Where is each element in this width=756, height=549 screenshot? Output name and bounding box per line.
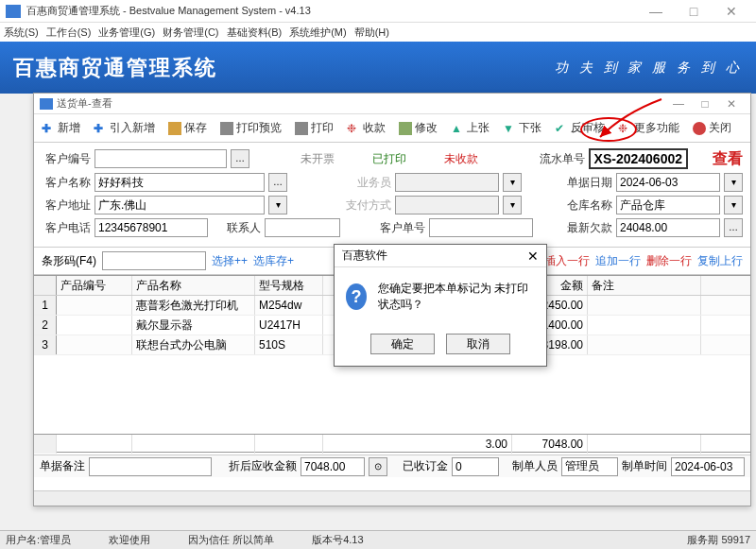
col-idx — [34, 276, 57, 295]
dialog-cancel-button[interactable]: 取消 — [446, 334, 510, 354]
cust-name-input[interactable] — [94, 173, 265, 192]
salesman-input — [395, 173, 499, 192]
paytype-input — [395, 196, 499, 214]
cust-addr-label: 客户地址 — [42, 197, 91, 214]
select-stock-link[interactable]: 选库存+ — [253, 253, 294, 269]
sub-maximize[interactable]: □ — [692, 97, 718, 111]
debt-label: 最新欠款 — [563, 220, 612, 236]
remark-label: 单据备注 — [40, 458, 85, 474]
minimize-button[interactable]: — — [637, 4, 675, 19]
menu-basedata[interactable]: 基础资料(B) — [227, 26, 283, 40]
sub-minimize[interactable]: — — [665, 97, 692, 111]
unaudit-button[interactable]: ✔反审核 — [551, 118, 609, 138]
cust-code-label: 客户编号 — [42, 151, 91, 167]
received-input[interactable] — [452, 457, 499, 476]
remark-input[interactable] — [89, 457, 212, 476]
col-code: 产品编号 — [57, 276, 132, 295]
sub-close[interactable]: ✕ — [718, 97, 745, 111]
discount-calc[interactable]: ⊙ — [369, 457, 387, 476]
edit-icon — [399, 122, 412, 135]
main-menubar: 系统(S) 工作台(S) 业务管理(G) 财务管理(C) 基础资料(B) 系统维… — [0, 23, 756, 42]
select-link[interactable]: 选择++ — [212, 253, 248, 269]
menu-workbench[interactable]: 工作台(S) — [46, 26, 92, 40]
cust-code-input[interactable] — [94, 149, 227, 168]
serial-label: 流水单号 — [536, 151, 585, 167]
insert-row-link[interactable]: 插入一行 — [544, 253, 590, 269]
cust-addr-dropdown[interactable]: ▾ — [268, 196, 287, 214]
maketime-input[interactable] — [671, 457, 745, 476]
menu-system[interactable]: 系统(S) — [4, 26, 39, 40]
menu-business[interactable]: 业务管理(G) — [98, 26, 155, 40]
confirm-dialog: 百惠软件 ✕ ? 您确定要把本单标记为 未打印 状态吗？ 确定 取消 — [334, 244, 547, 367]
maketime-label: 制单时间 — [622, 458, 667, 474]
total-qty: 3.00 — [323, 435, 512, 454]
copy-row-link[interactable]: 复制上行 — [697, 253, 743, 269]
cust-addr-input[interactable] — [94, 196, 265, 214]
next-button[interactable]: ▼下张 — [499, 118, 545, 138]
save-icon — [168, 122, 181, 135]
plus-icon: ✚ — [42, 122, 55, 135]
barcode-label: 条形码(F4) — [42, 253, 96, 269]
up-icon: ▲ — [451, 122, 464, 135]
discount-input[interactable] — [301, 457, 365, 476]
more-button[interactable]: ❉更多功能 — [614, 118, 683, 138]
wh-dropdown[interactable]: ▾ — [724, 196, 743, 214]
status-user-label: 用户名: — [6, 534, 40, 545]
horizontal-scrollbar[interactable] — [34, 490, 750, 506]
tag-unpaid: 未收款 — [438, 150, 484, 168]
date-picker[interactable]: ▾ — [724, 173, 743, 192]
tag-uninvoiced: 未开票 — [295, 150, 340, 168]
banner: 百惠商贸通管理系统 功 夫 到 家 服 务 到 心 — [0, 42, 756, 94]
date-label: 单据日期 — [563, 175, 612, 191]
print-preview-button[interactable]: 打印预览 — [216, 118, 285, 138]
app-icon — [6, 5, 21, 18]
close-button[interactable]: ✕ — [713, 4, 750, 19]
debt-input[interactable] — [616, 218, 720, 237]
discount-label: 折后应收金额 — [229, 458, 297, 474]
delete-row-link[interactable]: 删除一行 — [646, 253, 692, 269]
cust-code-lookup[interactable]: … — [231, 149, 249, 168]
debt-more[interactable]: … — [724, 218, 743, 237]
cust-name-lookup[interactable]: … — [268, 173, 287, 192]
status-svc-label: 服务期 — [687, 534, 718, 545]
salesman-label: 业务员 — [342, 175, 391, 191]
menu-maintain[interactable]: 系统维护(M) — [289, 26, 347, 40]
banner-slogan: 功 夫 到 家 服 务 到 心 — [555, 60, 743, 77]
maker-input[interactable] — [561, 457, 618, 476]
receive-button[interactable]: ❉收款 — [343, 118, 389, 138]
append-row-link[interactable]: 追加一行 — [595, 253, 641, 269]
status-ver-label: 版本号 — [312, 534, 343, 545]
sub-title: 送货单-查看 — [57, 96, 665, 111]
dialog-ok-button[interactable]: 确定 — [370, 334, 435, 354]
date-input[interactable] — [616, 173, 720, 192]
save-button[interactable]: 保存 — [164, 118, 211, 138]
question-icon: ? — [346, 283, 367, 310]
cust-tel-input[interactable] — [94, 218, 208, 237]
menu-finance[interactable]: 财务管理(C) — [163, 26, 218, 40]
maximize-button[interactable]: □ — [675, 4, 713, 19]
prev-button[interactable]: ▲上张 — [447, 118, 493, 138]
print-button[interactable]: 打印 — [291, 118, 337, 138]
status-motto: 因为信任 所以简单 — [188, 533, 274, 547]
col-spec: 型号规格 — [255, 276, 323, 295]
received-label: 已收订金 — [403, 458, 448, 474]
new-button[interactable]: ✚新增 — [38, 118, 84, 138]
barcode-input[interactable] — [102, 251, 206, 270]
menu-help[interactable]: 帮助(H) — [354, 26, 389, 40]
import-new-button[interactable]: ✚引入新增 — [90, 118, 159, 138]
status-welcome: 欢迎使用 — [109, 533, 150, 547]
cust-order-input[interactable] — [429, 218, 533, 237]
status-ver: 4.13 — [343, 534, 363, 545]
sub-icon — [40, 98, 53, 110]
paytype-dropdown[interactable]: ▾ — [503, 196, 522, 214]
dialog-close-button[interactable]: ✕ — [527, 249, 539, 264]
view-link[interactable]: 查看 — [713, 149, 743, 169]
modify-button[interactable]: 修改 — [395, 118, 441, 138]
wh-input[interactable] — [616, 196, 720, 214]
contact-input[interactable] — [265, 218, 340, 237]
salesman-lookup[interactable]: ▾ — [503, 173, 522, 192]
close-order-button[interactable]: 关闭 — [689, 118, 735, 138]
more-icon: ❉ — [618, 122, 631, 135]
close-icon — [693, 122, 706, 135]
status-svc: 59917 — [721, 534, 750, 545]
